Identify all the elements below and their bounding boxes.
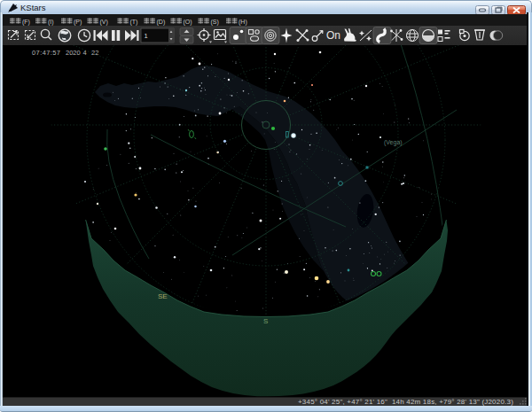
svg-text:22: 22	[91, 49, 98, 57]
svg-text:07:47:57: 07:47:57	[32, 49, 60, 57]
svg-text:1: 1	[145, 32, 148, 40]
svg-text:SE: SE	[158, 292, 168, 300]
svg-text:(V): (V)	[100, 19, 108, 26]
svg-text:(S): (S)	[211, 19, 219, 26]
svg-text:(I): (I)	[48, 19, 54, 26]
svg-text:(Vega): (Vega)	[384, 139, 403, 146]
svg-text:(P): (P)	[74, 19, 82, 26]
svg-text:(O): (O)	[184, 19, 192, 26]
svg-text:S: S	[263, 317, 268, 325]
svg-text:4: 4	[83, 49, 87, 57]
svg-text:(H): (H)	[239, 19, 247, 26]
svg-text:On: On	[326, 29, 340, 42]
svg-text:(T): (T)	[130, 19, 138, 26]
svg-text:(F): (F)	[22, 19, 30, 26]
svg-text:2020: 2020	[66, 49, 81, 57]
svg-text:(D): (D)	[157, 19, 166, 26]
